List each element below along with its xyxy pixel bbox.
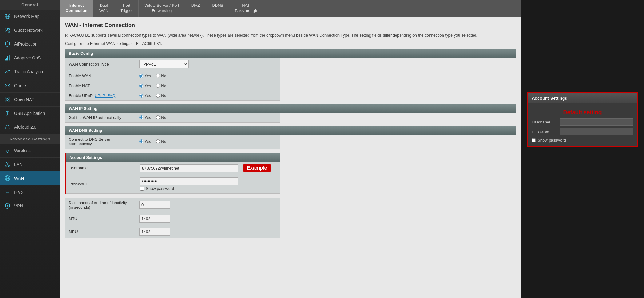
svg-point-32 <box>7 205 8 206</box>
get-wan-ip-yes[interactable]: Yes <box>139 115 151 120</box>
username-input[interactable] <box>140 164 238 172</box>
default-show-password-label: Show password <box>538 138 566 143</box>
sidebar-item-vpn[interactable]: VPN <box>0 199 60 213</box>
mtu-label: MTU <box>65 212 136 225</box>
enable-wan-radio-group: Yes No <box>139 74 276 78</box>
connect-dns-yes[interactable]: Yes <box>139 139 151 144</box>
svg-point-4 <box>8 28 10 30</box>
default-username-label: Username <box>532 120 556 124</box>
sidebar-item-lan[interactable]: LAN <box>0 158 60 171</box>
page-title: WAN - Internet Connection <box>65 22 516 29</box>
mtu-input[interactable] <box>139 215 170 223</box>
sidebar-item-aicloud[interactable]: AiCloud 2.0 <box>0 120 60 134</box>
sidebar-item-network-map[interactable]: Network Map <box>0 10 60 23</box>
password-row: Password Show password <box>66 175 280 193</box>
enable-nat-no[interactable]: No <box>156 83 166 88</box>
description-1: RT-AC66U B1 supports several connection … <box>65 32 516 38</box>
default-setting-watermark: Default setting <box>532 109 633 116</box>
description-2: Configure the Ethernet WAN settings of R… <box>65 41 516 47</box>
default-password-label: Password <box>532 130 556 134</box>
connect-dns-row: Connect to DNS Server automatically Yes … <box>65 135 280 149</box>
svg-point-15 <box>6 99 9 101</box>
svg-rect-7 <box>7 56 8 60</box>
other-settings-table: Disconnect after time of inactivity (in … <box>65 198 280 238</box>
sidebar-label-network-map: Network Map <box>14 14 39 19</box>
tab-ddns[interactable]: DDNS <box>206 0 229 17</box>
default-show-password-checkbox[interactable] <box>532 138 536 142</box>
tab-dual-wan[interactable]: Dual WAN <box>93 0 115 17</box>
mru-row: MRU <box>65 225 280 238</box>
svg-point-3 <box>6 28 8 30</box>
svg-rect-6 <box>6 58 7 60</box>
sidebar-label-aicloud: AiCloud 2.0 <box>14 125 36 130</box>
sidebar-item-wireless[interactable]: Wireless <box>0 144 60 158</box>
example-label: Example <box>243 164 271 172</box>
section-wan-ip: WAN IP Setting <box>65 104 516 113</box>
upnp-faq-link[interactable]: UPnP_FAQ <box>95 93 115 98</box>
enable-upnp-yes[interactable]: Yes <box>139 93 151 98</box>
sidebar-item-open-nat[interactable]: Open NAT <box>0 93 60 107</box>
sidebar-label-open-nat: Open NAT <box>14 97 34 102</box>
password-input[interactable] <box>140 177 238 185</box>
wan-connection-type-label: WAN Connection Type <box>65 58 136 71</box>
default-password-row: Password <box>532 128 633 135</box>
show-password-checkbox[interactable] <box>140 187 144 191</box>
sidebar-label-adaptive-qos: Adaptive QoS <box>14 55 41 60</box>
vpn-icon <box>4 202 11 210</box>
sidebar-item-game[interactable]: Game <box>0 79 60 93</box>
wan-icon <box>4 175 11 182</box>
sidebar-item-guest-network[interactable]: Guest Network <box>0 23 60 37</box>
sidebar-item-ipv6[interactable]: IPv6 IPv6 <box>0 185 60 199</box>
section-basic-config: Basic Config <box>65 49 516 58</box>
sidebar-label-traffic-analyzer: Traffic Analyzer <box>14 69 44 74</box>
show-password-label: Show password <box>146 186 174 191</box>
wan-connection-type-select[interactable]: PPPoE <box>139 60 189 68</box>
default-show-password-row: Show password <box>532 138 633 143</box>
network-icon <box>4 161 11 168</box>
tab-internet-connection[interactable]: Internet Connection <box>60 0 93 17</box>
enable-upnp-row: Enable UPnP UPnP_FAQ Yes No <box>65 91 280 100</box>
svg-rect-22 <box>8 166 10 167</box>
sidebar-item-traffic-analyzer[interactable]: Traffic Analyzer <box>0 65 60 79</box>
get-wan-ip-radio-group: Yes No <box>139 115 276 120</box>
tab-virtual-server[interactable]: Virtual Server / Port Forwarding <box>139 0 185 17</box>
sidebar-label-wireless: Wireless <box>14 148 31 153</box>
svg-point-18 <box>7 115 8 116</box>
tab-dmz[interactable]: DMZ <box>185 0 206 17</box>
sidebar-item-usb-application[interactable]: USB Application <box>0 107 60 120</box>
mru-input[interactable] <box>139 228 170 236</box>
right-panel: Account Settings Default setting Usernam… <box>521 0 644 298</box>
globe-icon <box>4 13 11 20</box>
content-area: WAN - Internet Connection RT-AC66U B1 su… <box>60 17 521 298</box>
default-setting-content: Default setting Username Password Show p… <box>528 103 637 146</box>
open-nat-icon <box>4 96 11 103</box>
sidebar-item-adaptive-qos[interactable]: Adaptive QoS <box>0 51 60 65</box>
enable-wan-yes[interactable]: Yes <box>139 74 151 78</box>
advanced-section-header: Advanced Settings <box>0 134 60 144</box>
tab-bar: Internet Connection Dual WAN Port Trigge… <box>60 0 521 17</box>
get-wan-ip-no[interactable]: No <box>156 115 166 120</box>
tab-nat-passthrough[interactable]: NAT Passthrough <box>229 0 263 17</box>
svg-rect-21 <box>5 166 6 167</box>
enable-wan-no[interactable]: No <box>156 74 166 78</box>
users-icon <box>4 26 11 34</box>
main-content: Internet Connection Dual WAN Port Trigge… <box>60 0 521 298</box>
sidebar-item-aiprotection[interactable]: AiProtection <box>0 37 60 51</box>
chart-icon <box>4 68 11 75</box>
default-password-input[interactable] <box>560 128 633 135</box>
usb-icon <box>4 110 11 117</box>
wifi-icon <box>4 147 11 154</box>
username-label: Username <box>66 162 136 175</box>
sidebar-item-wan[interactable]: WAN <box>0 171 60 185</box>
enable-upnp-no[interactable]: No <box>156 93 166 98</box>
disconnect-input[interactable] <box>139 201 170 209</box>
connect-dns-label: Connect to DNS Server automatically <box>65 135 136 149</box>
default-username-input[interactable] <box>560 118 633 126</box>
connect-dns-no[interactable]: No <box>156 139 166 144</box>
get-wan-ip-row: Get the WAN IP automatically Yes No <box>65 113 280 123</box>
svg-point-13 <box>9 86 9 86</box>
svg-point-14 <box>5 97 10 102</box>
enable-nat-yes[interactable]: Yes <box>139 83 151 88</box>
tab-port-trigger[interactable]: Port Trigger <box>115 0 139 17</box>
sidebar-label-usb-application: USB Application <box>14 111 45 116</box>
